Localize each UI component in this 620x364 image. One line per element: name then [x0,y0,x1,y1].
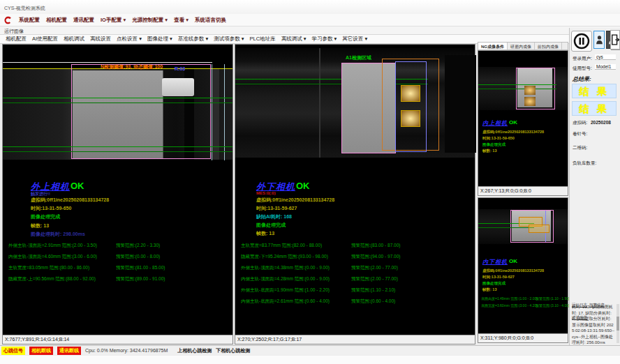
tool-offline-settings[interactable]: 离线设置 [90,36,111,43]
model-value[interactable]: Model1 [595,64,616,70]
measurement-row: 主轨宽度=83.77mm 范围:(82.00 - 88.00) [241,243,322,249]
warn-range: 预警范围:(81.00 - 85.00) [116,265,165,271]
lower-camera-heartbeat-label: 下相机心跳检测 [216,347,250,354]
frame-count-label: 帧数: 13 [256,230,274,237]
warn-range: 预警范围:(0.00 - 8.00) [116,254,160,260]
barcode-value: 20250208 [591,120,611,125]
defect-patch-1 [401,85,420,102]
time-label: 时间:13-31-59-627 [482,275,515,280]
comm-offline-badge: 通讯断线 [57,347,81,355]
menu-item-light-config[interactable]: 光源控制配置 ▾ [132,17,168,24]
status-bar: 心跳信号 相机断线 通讯断线 Cpu: 0.0% Memory: 3424.41… [0,345,620,355]
defect-patch-2 [401,110,420,127]
pixel-status-bar: X:311;Y:980;R:0;G:0;B:0 [478,333,568,342]
camera-view-outer-upper[interactable]: N检测阈值:93, 动态阈值:100 R:03 外上相机 OK 触发进行!! 虚… [2,44,233,344]
warn-range: 预警范围:(0.60 - 4.00) [351,298,395,305]
result-ok-label: OK [296,181,310,191]
tool-offline-debug[interactable]: 离线调试 ▾ [281,36,307,43]
defect-patch-2 [524,97,536,106]
login-user-label: 登录用户: [573,56,592,62]
measurement-row: 外侧主轨-顶面距=4.38mm 范围:(0.00 - 9.00) [241,265,330,271]
camera-view-outer-lower[interactable]: A1检测区域 外下相机 OK MES:0(:0) 虚拟码:0ff1ine2025… [235,44,475,344]
tool-other-settings[interactable]: 其它设置 ▾ [342,36,367,43]
process-done-label: 图像处理完成 [482,142,505,147]
tool-camera-config[interactable]: 相机配置 [6,36,27,43]
tool-learning-params[interactable]: 学习参数 ▾ [311,36,337,43]
tool-plc-library[interactable]: PLC地址库 [250,36,276,43]
login-user-button[interactable] [593,31,605,49]
tab-bar [0,26,620,34]
mes-status-label: MES:0(:0) [256,191,276,195]
small-view-tabs: NG成像条件 研磨内成像 前拍内成像 [478,42,568,50]
threshold-overlay-label: N检测阈值:93, 动态阈值:100 [101,63,163,70]
titlebar: CYS-视觉检测系统 [0,0,620,14]
elapsed-label: 图像处理耗时: 298.00ms [31,231,85,238]
tool-baseline-params[interactable]: 基准线参数 ▾ [178,36,208,43]
tab-inner-lower[interactable]: 前拍内成像 [535,43,562,50]
warn-range: 预警范围:(1.10 - 1.90) [536,296,570,301]
menu-item-io-config[interactable]: IO手配置 ▾ [101,17,126,24]
camera-title: 内下相机 [482,258,508,266]
measurement-row: 外侧主轨-顶面距=2.91mm 范围:(2.00 - 3.50) [8,243,97,249]
pixel-status-bar: X:267;Y:13;R:0;G:0;B:0 [478,186,568,195]
measurement-row: 外侧主轨-底面距=1.90mm 范围:(1.00 - 2.20) [241,287,330,294]
measurement-row: 主轨宽度=83.05mm 范围:(80.00 - 86.00) [8,265,89,271]
time-label: 时间:13-31-59-627 [256,205,297,212]
camera-view-inner-lower[interactable]: 内下相机 OK 虚拟码:0ff1ine20250208133134728 时间:… [478,197,568,343]
result-ok-label: OK [71,181,84,191]
barcode-label: 虚拟码: [573,120,587,126]
roi-rect-pink [71,64,211,159]
log-scrollbar[interactable] [617,304,619,343]
measure-line-green-2 [478,227,534,228]
exit-door-button[interactable] [610,30,620,50]
camera-title: 内上相机 [482,119,508,127]
result-box-2: 结 果 [572,101,617,116]
menu-item-view[interactable]: 查看 ▾ [174,17,189,24]
total-result-label: 总结果: [573,75,591,83]
login-user-value[interactable]: cys [595,54,616,60]
measure-line-green-3 [3,146,232,147]
tab-inner-upper[interactable]: 研磨内成像 [508,43,535,50]
process-done-label: 图像处理完成 [482,281,505,286]
exit-door-icon [611,34,619,45]
measurement-row: 内侧主轨-顶面距=4.60mm 范围:(3.00 - 6.00) [8,254,97,260]
measure-line-green-2 [3,103,232,103]
menu-item-camera-config[interactable]: 相机配置 [46,17,67,24]
time-label: 时间:13-31-59-650 [482,136,515,141]
menu-bar: 系统配置 相机配置 通讯配置 IO手配置 ▾ 光源控制配置 ▾ 查看 ▾ 系统语… [0,14,620,26]
measure-line-green-2 [478,89,556,89]
measurement-row: 内侧主轨-底面距=2.61mm 范围:(0.60 - 4.00) [241,298,330,305]
tool-test-params[interactable]: 测试项参数 ▾ [214,36,244,43]
result-ok-label: OK [509,258,517,264]
log-scrollbar-thumb[interactable] [617,317,619,331]
menu-item-system-config[interactable]: 系统配置 [19,17,40,24]
user-icon [596,35,603,45]
qr-code-label: 二维码: [573,145,587,151]
measurement-row: 底面高度=1.49mm 范围:(1.00 - 2.00) [481,296,538,301]
camera-view-inner-upper[interactable]: 内上相机 OK 虚拟码:0ff1ine20250208133134728 时间:… [478,50,568,196]
pause-button[interactable] [571,31,592,52]
barcode-label: 虚拟码:0ff1ine20250208133134728 [31,197,109,204]
heartbeat-badge: 心跳信号 [1,347,25,355]
warn-range: 预警范围:(94.00 - 97.00) [351,254,400,260]
measure-line-green-1 [478,84,556,85]
pixel-status-bar: X:270;Y:2502;R:17;G:17;B:17 [235,335,475,344]
tool-image-processing[interactable]: 图像处理 ▾ [147,36,172,43]
tool-spotcheck-settings[interactable]: 点检设置 ▾ [117,36,142,43]
frame-count-label: 帧数: 13 [31,222,49,229]
cpu-memory-label: Cpu: 0.0% Memory: 3424.41796875M [85,348,168,353]
app-logo-icon [3,15,13,25]
barcode-label: 虚拟码:0ff1ine20250208133134728 [482,130,544,135]
tool-ai-config[interactable]: AI使用配置 [32,36,58,43]
scan-line [3,62,212,63]
warn-range: 预警范围:(2.00 - 77.00) [351,276,398,282]
process-done-label: 图像处理完成 [31,213,60,220]
tab-ng-imaging[interactable]: NG成像条件 [478,43,508,50]
frame-count-label: 帧数: 13 [482,287,496,292]
ai-elapsed-label: 缺陷AI耗时: 168 [256,213,292,220]
menu-item-comm-config[interactable]: 通讯配置 [73,17,94,24]
warn-range: 预警范围:(83.00 - 87.00) [351,243,400,249]
menu-item-language[interactable]: 系统语言切换 [195,17,226,24]
tool-camera-debug[interactable]: 相机调试 [64,36,84,43]
roi-rect-violet [395,61,427,152]
